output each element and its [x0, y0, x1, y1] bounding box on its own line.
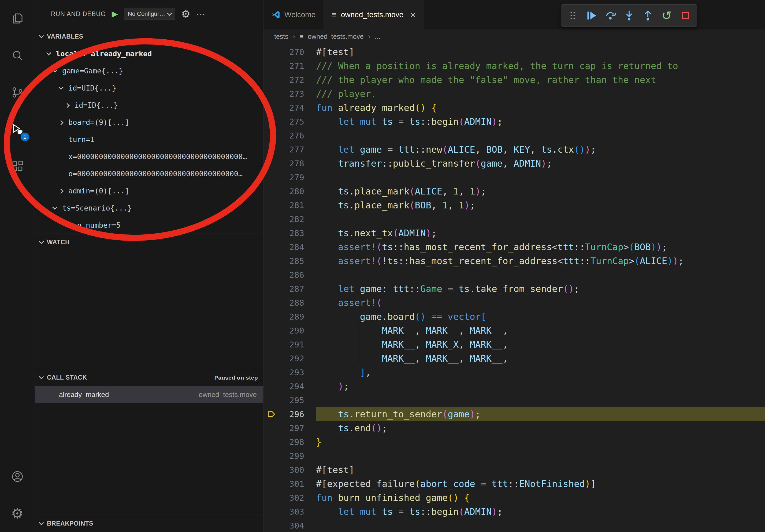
variables-tree-row[interactable]: locals: already_marked [35, 45, 263, 62]
code-line[interactable]: 271/// When a position is already marked… [264, 59, 765, 73]
breakpoint-margin[interactable] [264, 338, 280, 352]
debug-settings-gear-icon[interactable]: ⚙ [181, 9, 190, 19]
code-line[interactable]: 276 [264, 129, 765, 142]
variables-tree-row[interactable]: board = (9)[...] [35, 114, 263, 131]
code-text[interactable]: fun burn_unfinished_game() { [316, 491, 765, 505]
code-editor[interactable]: 270#[test]271/// When a position is alre… [264, 43, 765, 532]
variables-section-header[interactable]: VARIABLES [35, 28, 263, 45]
code-line[interactable]: 290 MARK__, MARK__, MARK__, [264, 324, 765, 338]
breakpoint-margin[interactable] [264, 393, 280, 407]
breakpoint-margin[interactable] [264, 519, 280, 532]
code-line[interactable]: 294 ); [264, 379, 765, 393]
breakpoint-margin[interactable] [264, 324, 280, 338]
code-line[interactable]: 273/// player. [264, 87, 765, 101]
code-text[interactable]: assert!( [316, 296, 765, 310]
breakpoint-margin[interactable] [264, 477, 280, 491]
code-text[interactable]: ts.return_to_sender(game); [316, 407, 765, 421]
code-line[interactable]: 287 let game: ttt::Game = ts.take_from_s… [264, 282, 765, 296]
code-text[interactable]: ts.next_tx(ADMIN); [316, 226, 765, 240]
debug-config-dropdown[interactable]: No Configur… [124, 8, 175, 20]
activity-item-account[interactable] [0, 458, 35, 495]
code-line[interactable]: 280 ts.place_mark(ALICE, 1, 1); [264, 184, 765, 198]
breakpoint-margin[interactable] [264, 142, 280, 156]
code-line[interactable]: 277 let game = ttt::new(ALICE, BOB, KEY,… [264, 142, 765, 156]
current-frame-marker[interactable] [264, 407, 280, 421]
code-text[interactable]: let game = ttt::new(ALICE, BOB, KEY, ts.… [316, 142, 765, 156]
variables-tree-row[interactable]: txn_number = 5 [35, 216, 263, 234]
breakpoint-margin[interactable] [264, 240, 280, 254]
code-text[interactable] [316, 212, 765, 226]
code-text[interactable]: let game: ttt::Game = ts.take_from_sende… [316, 282, 765, 296]
code-line[interactable]: 285 assert!(!ts::has_most_recent_for_add… [264, 254, 765, 268]
code-line[interactable]: 299 [264, 449, 765, 463]
code-text[interactable]: game.board() == vector[ [316, 310, 765, 324]
code-text[interactable] [316, 268, 765, 282]
code-text[interactable] [316, 519, 765, 532]
more-actions-button[interactable]: ⋯ [196, 9, 205, 19]
activity-item-extensions[interactable] [0, 148, 35, 185]
code-text[interactable]: ], [316, 366, 765, 379]
code-line[interactable]: 279 [264, 170, 765, 184]
tab-owned-tests-move[interactable]: ≡ owned_tests.move × [324, 0, 424, 30]
variables-tree-row[interactable]: admin = (0)[...] [35, 182, 263, 199]
breadcrumb-item-tests[interactable]: tests [274, 33, 289, 40]
code-text[interactable]: #[test] [316, 45, 765, 59]
tree-expand-chevron[interactable] [59, 189, 68, 193]
breakpoint-margin[interactable] [264, 463, 280, 477]
stop-button[interactable] [677, 7, 694, 24]
code-text[interactable]: assert!(ts::has_most_recent_for_address<… [316, 240, 765, 254]
code-line[interactable]: 281 ts.place_mark(BOB, 1, 1); [264, 198, 765, 212]
activity-item-explorer[interactable] [0, 0, 35, 37]
code-line[interactable]: 303 let mut ts = ts::begin(ADMIN); [264, 505, 765, 519]
step-out-button[interactable] [640, 7, 656, 24]
code-text[interactable]: ts.end(); [316, 421, 765, 435]
close-tab-icon[interactable]: × [410, 10, 416, 20]
activity-item-search[interactable] [0, 37, 35, 74]
breakpoint-margin[interactable] [264, 254, 280, 268]
code-line[interactable]: 295 [264, 393, 765, 407]
code-line[interactable]: 296 ts.return_to_sender(game); [264, 407, 765, 421]
code-line[interactable]: 278 transfer::public_transfer(game, ADMI… [264, 156, 765, 170]
breakpoint-margin[interactable] [264, 352, 280, 366]
code-text[interactable]: ); [316, 379, 765, 393]
variables-tree-row[interactable]: ts = Scenario{...} [35, 199, 263, 216]
activity-item-source-control[interactable] [0, 74, 35, 111]
code-line[interactable]: 302fun burn_unfinished_game() { [264, 491, 765, 505]
variables-tree-row[interactable]: id = ID{...} [35, 97, 263, 114]
breakpoint-margin[interactable] [264, 129, 280, 142]
code-text[interactable] [316, 129, 765, 142]
code-line[interactable]: 300#[test] [264, 463, 765, 477]
code-text[interactable]: MARK__, MARK_X, MARK__, [316, 338, 765, 352]
code-line[interactable]: 289 game.board() == vector[ [264, 310, 765, 324]
code-line[interactable]: 293 ], [264, 366, 765, 379]
code-text[interactable]: #[test] [316, 463, 765, 477]
code-text[interactable]: /// player. [316, 87, 765, 101]
code-text[interactable]: } [316, 435, 765, 449]
code-text[interactable]: let mut ts = ts::begin(ADMIN); [316, 505, 765, 519]
breakpoint-margin[interactable] [264, 101, 280, 115]
code-text[interactable]: ts.place_mark(BOB, 1, 1); [316, 198, 765, 212]
code-text[interactable] [316, 449, 765, 463]
variables-tree-row[interactable]: x = 000000000000000000000000000000000000… [35, 148, 263, 165]
code-line[interactable]: 272/// the player who made the "false" m… [264, 73, 765, 87]
breakpoint-margin[interactable] [264, 73, 280, 87]
call-stack-frame[interactable]: already_markedowned_tests.move [35, 386, 263, 403]
code-text[interactable] [316, 393, 765, 407]
variables-tree-row[interactable]: id = UID{...} [35, 79, 263, 97]
code-line[interactable]: 286 [264, 268, 765, 282]
watch-section-header[interactable]: WATCH [35, 234, 263, 251]
breakpoint-margin[interactable] [264, 366, 280, 379]
code-line[interactable]: 304 [264, 519, 765, 532]
code-line[interactable]: 274fun already_marked() { [264, 101, 765, 115]
code-text[interactable]: #[expected_failure(abort_code = ttt::ENo… [316, 477, 765, 491]
code-line[interactable]: 298} [264, 435, 765, 449]
code-text[interactable]: fun already_marked() { [316, 101, 765, 115]
code-text[interactable]: ts.place_mark(ALICE, 1, 1); [316, 184, 765, 198]
code-line[interactable]: 301#[expected_failure(abort_code = ttt::… [264, 477, 765, 491]
code-line[interactable]: 270#[test] [264, 45, 765, 59]
code-text[interactable]: /// the player who made the "false" move… [316, 73, 765, 87]
breakpoint-margin[interactable] [264, 379, 280, 393]
tree-expand-chevron[interactable] [47, 52, 56, 56]
breakpoint-margin[interactable] [264, 184, 280, 198]
breadcrumb-item-file[interactable]: owned_tests.move [308, 33, 364, 40]
